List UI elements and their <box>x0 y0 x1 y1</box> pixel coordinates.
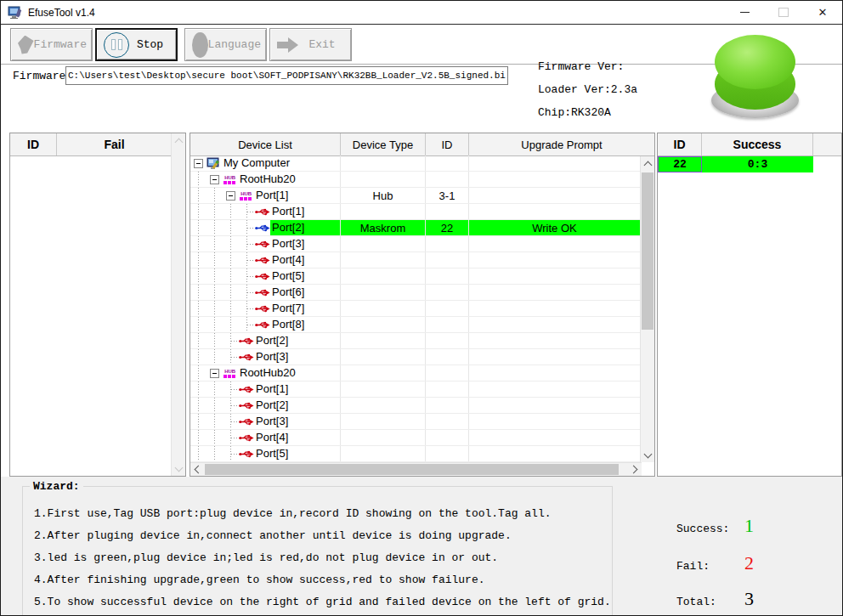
tree-node-label[interactable]: Port[5] <box>270 268 340 284</box>
hub-icon: HUB <box>223 174 236 184</box>
device-tree-row[interactable]: Port[2] <box>190 333 640 349</box>
device-tree-row[interactable]: Port[4] <box>190 252 640 268</box>
tree-guide-line <box>230 317 231 332</box>
tree-expander-minus[interactable] <box>210 369 219 378</box>
tree-node-label[interactable]: Port[2] <box>254 398 340 413</box>
fail-grid-col-id: ID <box>10 133 57 155</box>
scroll-down-button[interactable] <box>641 448 654 462</box>
scroll-up-button[interactable] <box>172 133 185 148</box>
tree-node-label[interactable]: Port[1] <box>254 188 340 203</box>
scroll-left-button[interactable] <box>190 463 205 476</box>
tree-node-label[interactable]: Port[2] <box>270 220 340 235</box>
tree-node-label[interactable]: Port[1] <box>254 381 340 397</box>
tree-node-label[interactable]: Port[6] <box>270 285 340 300</box>
wizard-instruction-line: 4.After finishing upgrade,green to show … <box>34 574 607 596</box>
scroll-down-button[interactable] <box>172 461 185 476</box>
exit-button-label: Exit <box>298 38 346 51</box>
tree-expander-minus[interactable] <box>194 159 203 168</box>
device-tree-row[interactable]: Port[3] <box>190 414 640 430</box>
device-tree-row[interactable]: Port[5] <box>190 446 640 462</box>
tree-guide-line <box>198 333 199 348</box>
tree-node-label[interactable]: Port[2] <box>254 333 340 348</box>
tree-node-icon <box>238 431 254 444</box>
device-tree-row[interactable]: HUBRootHub20 <box>190 365 640 381</box>
tree-expander-minus[interactable] <box>210 175 219 184</box>
minimize-button[interactable] <box>725 1 764 23</box>
device-tree-row[interactable]: Port[1] <box>190 204 640 220</box>
tree-node-label[interactable]: Port[3] <box>254 349 340 365</box>
wizard-groupbox: Wizard: 1.First use,Tag USB port:plug de… <box>22 486 613 616</box>
device-grid-vscrollbar[interactable] <box>640 156 654 462</box>
device-type-cell <box>341 333 426 348</box>
device-tree-row[interactable]: Port[3] <box>190 349 640 365</box>
tree-node-label[interactable]: Port[3] <box>270 236 340 251</box>
firmware-ver-text: Firmware Ver: <box>538 60 637 83</box>
close-button[interactable]: ✕ <box>803 1 842 23</box>
success-row-id[interactable]: 22 <box>658 156 702 172</box>
wizard-instruction-line: 3.led is green,plug device in;led is red… <box>34 551 607 574</box>
device-tree-row[interactable]: Port[7] <box>190 301 640 317</box>
tree-node-label[interactable]: My Computer <box>222 155 340 171</box>
device-id-cell <box>426 236 469 251</box>
tree-guide-line <box>198 317 199 332</box>
device-grid-hscrollbar[interactable] <box>190 462 642 476</box>
usb-icon-red <box>255 207 270 217</box>
device-tree-row[interactable]: HUBPort[1]Hub3-1 <box>190 188 640 204</box>
firmware-button[interactable]: Firmware <box>10 28 93 61</box>
device-grid-col-device-list: Device List <box>190 133 341 155</box>
upgrade-prompt-cell <box>469 301 640 316</box>
device-tree-row[interactable]: HUBRootHub20 <box>190 172 640 188</box>
tree-node-label[interactable]: Port[1] <box>270 204 340 219</box>
fail-grid-vscrollbar[interactable] <box>171 133 185 476</box>
device-tree-row[interactable]: Port[4] <box>190 430 640 446</box>
tree-node-icon <box>254 269 270 283</box>
tree-node-label[interactable]: RootHub20 <box>238 365 340 381</box>
tree-guide-line <box>214 268 215 284</box>
hscroll-thumb[interactable] <box>205 464 619 475</box>
maximize-button[interactable] <box>764 1 803 23</box>
tree-node-label[interactable]: Port[5] <box>254 446 340 461</box>
stop-button[interactable]: Stop <box>95 28 178 61</box>
device-tree-row[interactable]: Port[6] <box>190 285 640 301</box>
tree-node-label[interactable]: Port[3] <box>254 414 340 429</box>
status-led-green <box>709 30 802 120</box>
tree-node-label[interactable]: Port[4] <box>254 430 340 445</box>
device-tree-row[interactable]: My Computer <box>190 155 640 172</box>
device-id-cell <box>426 252 469 268</box>
device-list-cell: Port[2] <box>190 398 341 413</box>
tree-node-label[interactable]: Port[4] <box>270 252 340 268</box>
vscroll-thumb[interactable] <box>642 172 653 330</box>
firmware-info: Firmware Ver: Loader Ver:2.3a Chip:RK320… <box>538 60 637 129</box>
device-tree-row[interactable]: Port[2] <box>190 398 640 414</box>
tree-node-icon <box>238 415 254 428</box>
tree-node-label[interactable]: Port[7] <box>270 301 340 316</box>
tree-node-icon <box>238 334 254 348</box>
upgrade-prompt-cell <box>469 317 640 332</box>
firmware-path-input[interactable] <box>65 66 508 85</box>
scroll-right-button[interactable] <box>627 463 642 476</box>
tree-expander-minus[interactable] <box>226 191 235 201</box>
device-tree-row[interactable]: Port[1] <box>190 381 640 398</box>
tree-guide-line <box>214 398 215 413</box>
scroll-up-button[interactable] <box>641 156 654 171</box>
device-tree-row[interactable]: Port[8] <box>190 317 640 333</box>
device-tree-row[interactable]: Port[3] <box>190 236 640 252</box>
tree-node-label[interactable]: RootHub20 <box>238 172 340 187</box>
language-button[interactable]: Language <box>184 28 267 61</box>
tree-node-label[interactable]: Port[8] <box>270 317 340 332</box>
exit-button[interactable]: Exit <box>269 28 352 61</box>
device-list-cell: My Computer <box>190 155 341 171</box>
tree-guide-line <box>214 220 215 235</box>
success-row-count: 0:3 <box>702 156 813 172</box>
device-list-cell: Port[3] <box>190 349 341 365</box>
device-tree-row[interactable]: Port[2]Maskrom22Write OK <box>190 220 640 236</box>
counter-label: Fail: <box>676 560 743 573</box>
tree-node-icon <box>254 318 270 331</box>
device-list-cell: Port[4] <box>190 252 341 268</box>
maximize-icon <box>778 8 789 17</box>
success-grid-row[interactable]: 220:3 <box>658 156 841 172</box>
device-tree-row[interactable]: Port[5] <box>190 268 640 285</box>
device-id-cell <box>426 365 469 381</box>
device-list-cell: Port[5] <box>190 268 341 284</box>
tree-guide-line <box>198 268 199 284</box>
